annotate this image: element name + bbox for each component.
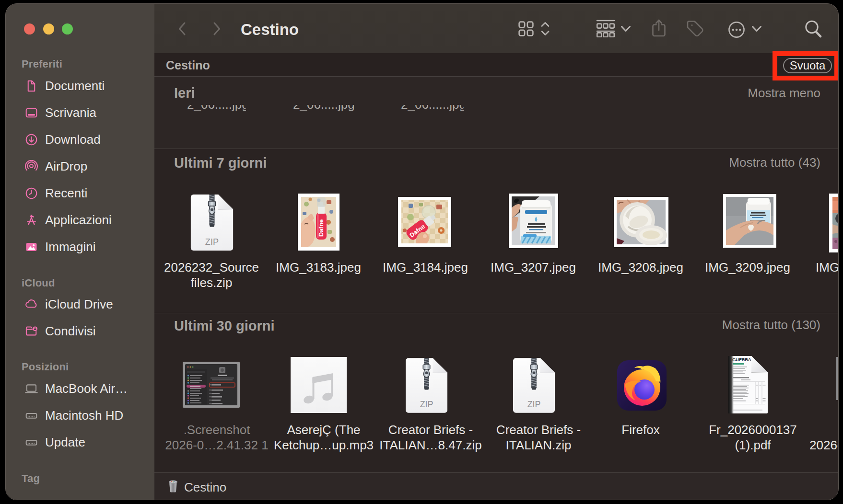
svg-text:GUERRA: GUERRA xyxy=(732,357,751,362)
svg-text:Dafne: Dafne xyxy=(317,219,325,237)
